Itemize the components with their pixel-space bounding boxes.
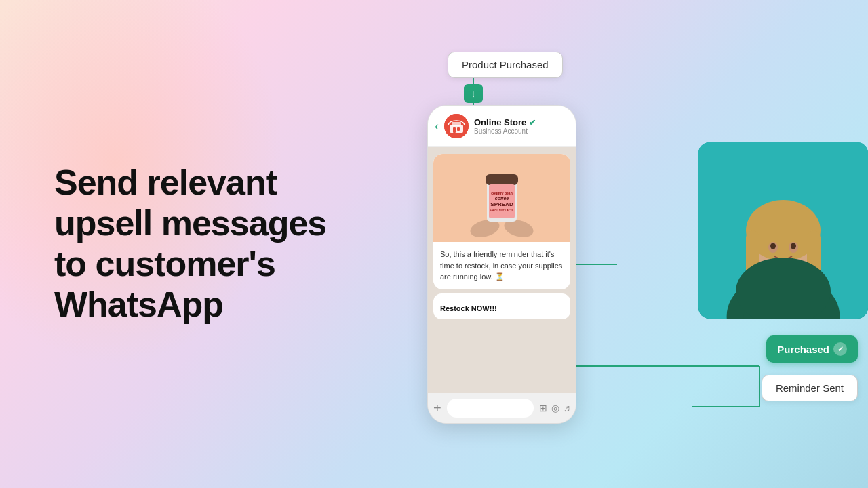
product-image: country bean coffee SPREAD HAZELNUT LATT… [433, 154, 570, 242]
purchased-label: Purchased [777, 344, 829, 355]
whatsapp-phone-mockup: ‹ Online Store ✔ [427, 105, 576, 424]
verified-icon: ✔ [529, 118, 536, 127]
person-photo-card [698, 142, 868, 319]
chat-cta-bubble: Restock NOW!!! [433, 293, 570, 319]
arrow-down-icon: ↓ [464, 84, 483, 103]
headline: Send relevant upsell messages to custome… [54, 163, 339, 325]
svg-point-30 [791, 243, 796, 249]
whatsapp-header: ‹ Online Store ✔ [428, 106, 576, 147]
reminder-label: Reminder Sent [776, 382, 844, 394]
reminder-sent-box: Reminder Sent [762, 375, 858, 401]
svg-point-29 [770, 243, 776, 249]
main-content: Send relevant upsell messages to custome… [0, 0, 868, 488]
purchased-check-icon: ✓ [833, 342, 847, 356]
input-icons: ⊞ ◎ ♬ [539, 403, 571, 413]
trigger-label: Product Purchased [462, 59, 549, 70]
store-name: Online Store ✔ [474, 117, 569, 127]
svg-rect-9 [453, 127, 456, 133]
purchased-badge: Purchased ✓ [766, 336, 858, 363]
left-section: Send relevant upsell messages to custome… [0, 163, 393, 325]
whatsapp-input-bar: + ⊞ ◎ ♬ [428, 393, 576, 423]
chat-cta: Restock NOW!!! [440, 304, 564, 312]
svg-rect-10 [457, 127, 460, 131]
product-jar-svg: country bean coffee SPREAD HAZELNUT LATT… [468, 157, 536, 239]
add-icon[interactable]: + [433, 401, 441, 416]
svg-rect-8 [452, 122, 461, 126]
account-type: Business Account [474, 127, 569, 135]
chat-message: So, this a friendly reminder that it's t… [440, 249, 564, 283]
back-icon[interactable]: ‹ [435, 119, 439, 134]
trigger-box: Product Purchased [448, 52, 563, 78]
svg-rect-14 [486, 174, 518, 185]
chat-bubble-message: So, this a friendly reminder that it's t… [433, 242, 570, 289]
right-section: Product Purchased ↓ ‹ [393, 0, 868, 488]
svg-text:HAZELNUT LATTE: HAZELNUT LATTE [490, 209, 514, 212]
whatsapp-chat: country bean coffee SPREAD HAZELNUT LATT… [428, 147, 576, 396]
svg-text:coffee: coffee [495, 196, 509, 201]
svg-text:SPREAD: SPREAD [490, 201, 513, 207]
message-input[interactable] [447, 399, 534, 418]
person-photo [698, 142, 868, 319]
camera-icon[interactable]: ⊞ [539, 403, 547, 413]
person-svg [698, 142, 868, 319]
store-avatar [444, 114, 469, 138]
svg-text:country bean: country bean [491, 191, 512, 195]
photo-icon[interactable]: ◎ [551, 403, 559, 413]
mic-icon[interactable]: ♬ [564, 403, 571, 413]
store-info: Online Store ✔ Business Account [474, 117, 569, 135]
